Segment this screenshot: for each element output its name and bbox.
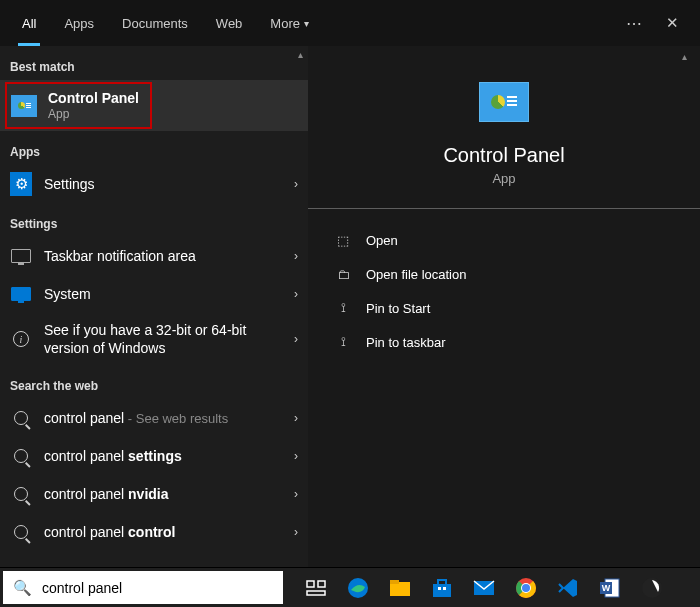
result-web-default[interactable]: control panel - See web results › <box>0 399 308 437</box>
chevron-right-icon: › <box>294 249 298 263</box>
chevron-right-icon: › <box>294 177 298 191</box>
chevron-right-icon: › <box>294 411 298 425</box>
action-label: Pin to taskbar <box>366 335 446 350</box>
section-search-web: Search the web <box>0 365 308 399</box>
control-panel-icon <box>479 82 529 122</box>
action-open-location[interactable]: 🗀 Open file location <box>320 257 688 291</box>
tab-apps[interactable]: Apps <box>50 0 108 46</box>
svg-rect-8 <box>438 587 441 590</box>
divider <box>308 208 700 209</box>
result-subtitle: App <box>48 107 298 121</box>
chevron-right-icon: › <box>294 449 298 463</box>
preview-title: Control Panel <box>308 144 700 167</box>
results-panel: ▴ Best match Control Panel App Apps ⚙ Se… <box>0 46 308 567</box>
edge-icon[interactable] <box>337 568 379 608</box>
scroll-up-icon[interactable]: ▴ <box>294 48 306 60</box>
tab-all[interactable]: All <box>8 0 50 46</box>
action-pin-taskbar[interactable]: ⟟ Pin to taskbar <box>320 325 688 359</box>
preview-panel: ▴ Control Panel App ⬚ Open 🗀 Open file l… <box>308 46 700 567</box>
tab-documents[interactable]: Documents <box>108 0 202 46</box>
result-title: control panel nvidia <box>44 486 288 502</box>
svg-rect-1 <box>318 581 325 587</box>
result-title: control panel - See web results <box>44 410 288 426</box>
result-title: See if you have a 32-bit or 64-bit versi… <box>44 321 288 357</box>
scroll-up-icon[interactable]: ▴ <box>678 50 690 62</box>
search-icon <box>10 407 32 429</box>
monitor-icon <box>10 245 32 267</box>
explorer-icon[interactable] <box>379 568 421 608</box>
svg-rect-7 <box>438 580 446 585</box>
result-taskbar-notification[interactable]: Taskbar notification area › <box>0 237 308 275</box>
svg-rect-9 <box>443 587 446 590</box>
store-icon[interactable] <box>421 568 463 608</box>
pin-icon: ⟟ <box>334 333 352 351</box>
svg-rect-0 <box>307 581 314 587</box>
result-bitness[interactable]: i See if you have a 32-bit or 64-bit ver… <box>0 313 308 365</box>
result-web-control[interactable]: control panel control › <box>0 513 308 551</box>
task-view-icon[interactable] <box>295 568 337 608</box>
result-web-settings[interactable]: control panel settings › <box>0 437 308 475</box>
chevron-right-icon: › <box>294 332 298 346</box>
section-photos: Photos <box>0 551 308 567</box>
control-panel-icon <box>10 92 38 120</box>
more-options-icon[interactable]: ⋯ <box>626 14 644 33</box>
pin-icon: ⟟ <box>334 299 352 317</box>
result-system[interactable]: System › <box>0 275 308 313</box>
chevron-right-icon: › <box>294 487 298 501</box>
word-icon[interactable]: W <box>589 568 631 608</box>
chrome-icon[interactable] <box>505 568 547 608</box>
section-settings: Settings <box>0 203 308 237</box>
result-title: System <box>44 286 288 302</box>
section-apps: Apps <box>0 131 308 165</box>
result-title: control panel settings <box>44 448 288 464</box>
taskbar: 🔍 W <box>0 567 700 607</box>
gear-icon: ⚙ <box>10 173 32 195</box>
result-settings[interactable]: ⚙ Settings › <box>0 165 308 203</box>
search-icon <box>10 521 32 543</box>
svg-rect-4 <box>390 582 410 596</box>
preview-subtitle: App <box>308 171 700 186</box>
result-title: Taskbar notification area <box>44 248 288 264</box>
close-icon[interactable]: ✕ <box>662 13 682 33</box>
folder-icon: 🗀 <box>334 265 352 283</box>
section-best-match: Best match <box>0 46 308 80</box>
result-title: Settings <box>44 176 288 192</box>
tab-web[interactable]: Web <box>202 0 257 46</box>
open-icon: ⬚ <box>334 231 352 249</box>
search-icon: 🔍 <box>13 579 32 597</box>
action-label: Pin to Start <box>366 301 430 316</box>
app-icon[interactable] <box>631 568 673 608</box>
monitor-icon <box>10 283 32 305</box>
chevron-right-icon: › <box>294 287 298 301</box>
svg-rect-5 <box>390 580 399 584</box>
search-tabs: All Apps Documents Web More▾ ⋯ ✕ <box>0 0 700 46</box>
action-label: Open <box>366 233 398 248</box>
chevron-right-icon: › <box>294 525 298 539</box>
svg-point-15 <box>522 584 530 592</box>
mail-icon[interactable] <box>463 568 505 608</box>
result-best-match[interactable]: Control Panel App <box>0 80 308 131</box>
result-web-nvidia[interactable]: control panel nvidia › <box>0 475 308 513</box>
tab-more[interactable]: More▾ <box>256 0 323 46</box>
info-icon: i <box>10 328 32 350</box>
taskbar-search[interactable]: 🔍 <box>3 571 283 604</box>
search-icon <box>10 445 32 467</box>
result-title: Control Panel <box>48 90 298 106</box>
chevron-down-icon: ▾ <box>304 18 309 29</box>
action-pin-start[interactable]: ⟟ Pin to Start <box>320 291 688 325</box>
svg-text:W: W <box>602 583 611 593</box>
action-label: Open file location <box>366 267 466 282</box>
search-icon <box>10 483 32 505</box>
search-input[interactable] <box>42 580 273 596</box>
vscode-icon[interactable] <box>547 568 589 608</box>
action-open[interactable]: ⬚ Open <box>320 223 688 257</box>
result-title: control panel control <box>44 524 288 540</box>
svg-rect-2 <box>307 591 325 595</box>
